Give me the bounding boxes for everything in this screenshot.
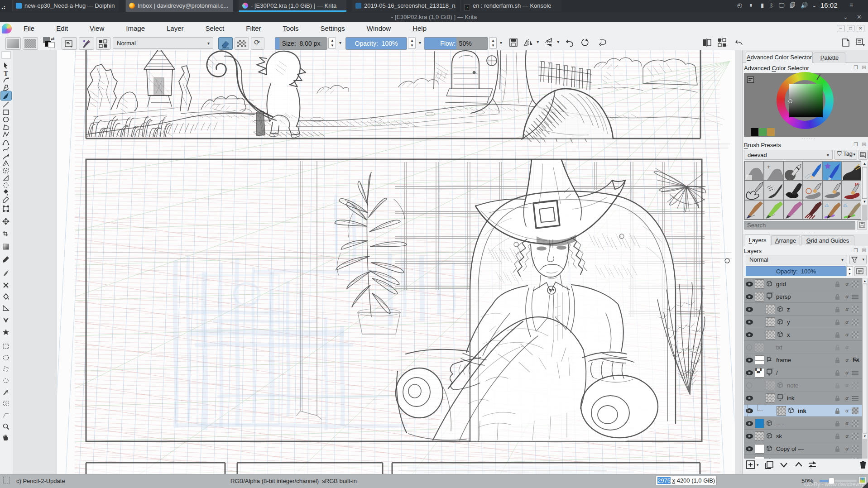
- svg-text:🝆: 🝆: [843, 203, 848, 208]
- svg-text:T: T: [4, 70, 8, 77]
- svg-text:🝆: 🝆: [825, 203, 829, 208]
- svg-text:+: +: [767, 163, 771, 170]
